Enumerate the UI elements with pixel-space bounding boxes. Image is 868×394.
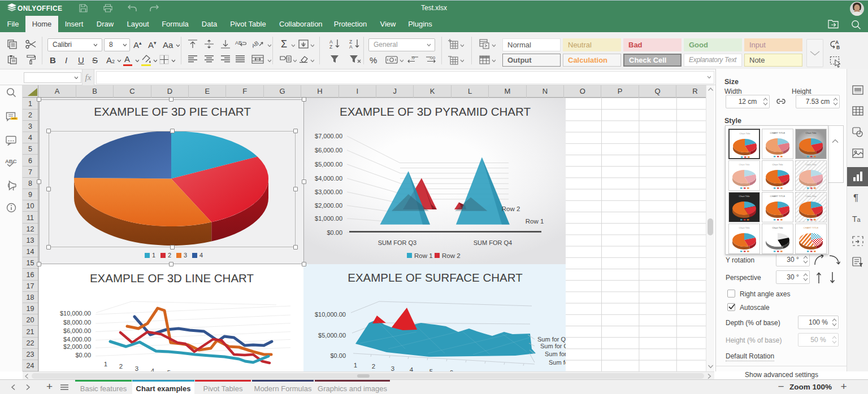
svg-text:Sum for Q3: Sum for Q3 — [540, 343, 566, 349]
svg-text:3: 3 — [134, 365, 138, 371]
svg-text:Row 2: Row 2 — [442, 252, 461, 259]
svg-text:.0: .0 — [411, 55, 415, 60]
svg-text:B: B — [836, 45, 840, 50]
svg-text:ABC: ABC — [5, 158, 17, 164]
svg-text:$5,000.00: $5,000.00 — [318, 332, 346, 339]
svg-text:Sum for Q4: Sum for Q4 — [537, 336, 566, 343]
svg-text:3: 3 — [391, 365, 394, 371]
svg-text:Chart Title: Chart Title — [772, 226, 783, 229]
svg-text:$6,000.00: $6,000.00 — [315, 147, 342, 154]
svg-text:Row 1: Row 1 — [526, 218, 544, 225]
svg-text:$5,000.00: $5,000.00 — [315, 161, 342, 168]
svg-text:$0.00: $0.00 — [330, 352, 346, 359]
svg-text:2: 2 — [372, 363, 375, 370]
svg-text:EXAMPLE OF 3D PIE CHART: EXAMPLE OF 3D PIE CHART — [94, 105, 251, 118]
svg-text:2: 2 — [168, 252, 171, 259]
svg-text:Sum for Q1: Sum for Q1 — [549, 359, 566, 366]
svg-text:Chart Title: Chart Title — [805, 195, 817, 198]
svg-text:5: 5 — [167, 369, 170, 371]
svg-text:4: 4 — [150, 367, 154, 371]
svg-text:SUM FOR Q3: SUM FOR Q3 — [378, 239, 416, 246]
svg-text:EXAMPLE OF 3D PYRAMID CHART: EXAMPLE OF 3D PYRAMID CHART — [340, 105, 531, 118]
svg-text:$10,000.00: $10,000.00 — [315, 311, 346, 318]
svg-text:AB: AB — [253, 40, 260, 49]
svg-text:$4,000.00: $4,000.00 — [63, 335, 91, 342]
svg-text:Z: Z — [329, 44, 332, 49]
svg-text:Chart Title: Chart Title — [772, 163, 783, 166]
svg-text:Chart Title: Chart Title — [739, 226, 750, 229]
svg-text:$2,000.00: $2,000.00 — [315, 202, 342, 209]
svg-text:$1,000.00: $1,000.00 — [315, 215, 342, 222]
svg-text:6: 6 — [450, 369, 453, 371]
svg-text:Chart Title: Chart Title — [739, 132, 750, 135]
svg-text:$7,000.00: $7,000.00 — [315, 133, 342, 139]
svg-text:$0.00: $0.00 — [327, 229, 342, 235]
svg-text:CHART TITLE: CHART TITLE — [804, 226, 819, 229]
svg-text:Chart Title: Chart Title — [805, 163, 817, 166]
svg-text:$6,000.00: $6,000.00 — [63, 327, 91, 334]
svg-text:Chart Title: Chart Title — [805, 132, 817, 134]
svg-text:CHART TITLE: CHART TITLE — [770, 195, 785, 198]
svg-text:SUM FOR Q4: SUM FOR Q4 — [474, 239, 512, 246]
svg-text:Chart Title: Chart Title — [739, 195, 750, 198]
svg-text:EXAMPLE OF SURFACE CHART: EXAMPLE OF SURFACE CHART — [348, 271, 523, 284]
svg-text:Row 1: Row 1 — [414, 252, 433, 259]
svg-text:Row 2: Row 2 — [502, 205, 520, 212]
svg-text:3: 3 — [184, 252, 187, 259]
svg-text:Sum for Q2: Sum for Q2 — [545, 351, 566, 357]
svg-text:EXAMPLE OF 3D LINE CHART: EXAMPLE OF 3D LINE CHART — [89, 272, 254, 284]
svg-text:1: 1 — [103, 361, 107, 367]
svg-text:$8,000.00: $8,000.00 — [63, 319, 91, 326]
svg-text:$0.00: $0.00 — [75, 351, 91, 358]
svg-text:1: 1 — [354, 362, 357, 369]
svg-text:Chart Title: Chart Title — [739, 163, 750, 166]
svg-text:.00: .00 — [429, 55, 436, 60]
svg-text:1: 1 — [152, 252, 155, 259]
svg-text:2: 2 — [119, 363, 122, 370]
svg-text:A: A — [349, 44, 353, 49]
svg-text:CHART TITLE: CHART TITLE — [770, 132, 785, 134]
svg-text:4: 4 — [410, 366, 414, 371]
svg-text:$2,000.00: $2,000.00 — [63, 343, 91, 350]
svg-text:5: 5 — [429, 368, 433, 371]
svg-text:$10,000.00: $10,000.00 — [59, 310, 90, 317]
svg-text:$3,000.00: $3,000.00 — [315, 189, 342, 195]
svg-text:4: 4 — [199, 252, 203, 259]
svg-text:$4,000.00: $4,000.00 — [315, 175, 342, 182]
